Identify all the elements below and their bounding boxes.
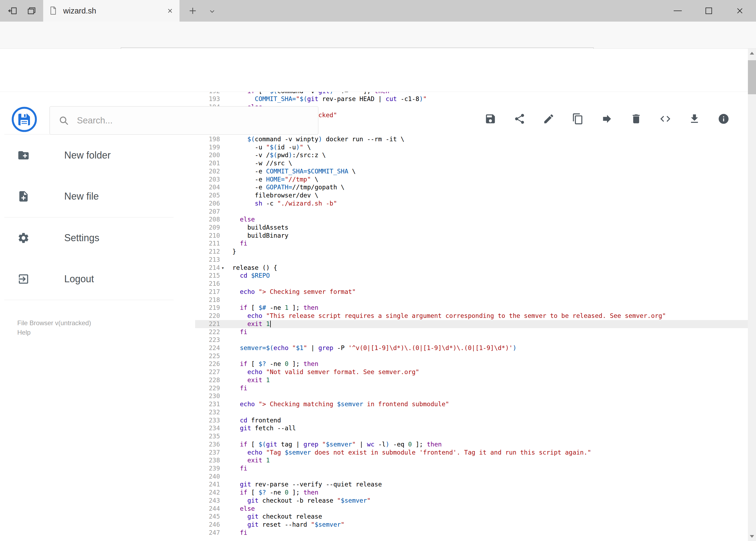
- code-line[interactable]: 216: [195, 280, 748, 288]
- code-line[interactable]: 242 if [ $? -ne 0 ]; then: [195, 489, 748, 497]
- code-line[interactable]: 244 else: [195, 505, 748, 513]
- code-line[interactable]: 214▾release () {: [195, 264, 748, 272]
- app-logo[interactable]: [11, 106, 37, 132]
- set-tabs-aside-icon[interactable]: [7, 6, 18, 16]
- line-number: 241: [195, 480, 220, 489]
- code-line[interactable]: 207: [195, 208, 748, 216]
- code-line[interactable]: 236 if [ $(git tag | grep "$semver" | wc…: [195, 440, 748, 449]
- code-line[interactable]: 202 -e COMMIT_SHA=$COMMIT_SHA \: [195, 168, 748, 176]
- code-line[interactable]: 235: [195, 432, 748, 440]
- tab-list-chevron-icon[interactable]: [207, 7, 217, 15]
- minimize-button[interactable]: [667, 0, 688, 22]
- sidebar-item-new-file[interactable]: New file: [0, 182, 195, 211]
- search-box[interactable]: [49, 106, 319, 135]
- code-line[interactable]: 203 -e HOME="//tmp" \: [195, 176, 748, 184]
- code-line[interactable]: 209 buildAssets: [195, 224, 748, 232]
- code-line[interactable]: 238 exit 1: [195, 456, 748, 465]
- line-number: 235: [195, 432, 220, 440]
- code-view-button[interactable]: [659, 112, 672, 125]
- code-line[interactable]: 220 echo "This release script requires a…: [195, 312, 748, 320]
- code-line[interactable]: 241 git rev-parse --verify --quiet relea…: [195, 480, 748, 489]
- code-line[interactable]: 228 exit 1: [195, 376, 748, 384]
- sidebar-item-label: New folder: [64, 150, 111, 161]
- code-line[interactable]: 192 if [ "$(command -v git)" != "" ]; th…: [195, 92, 748, 95]
- save-button[interactable]: [484, 112, 497, 125]
- code-line[interactable]: 239 fi: [195, 465, 748, 473]
- code-line[interactable]: 222 fi: [195, 328, 748, 336]
- help-link[interactable]: Help: [17, 327, 91, 337]
- copy-button[interactable]: [571, 112, 584, 125]
- code-text: echo "Not valid semver format. See semve…: [232, 368, 748, 376]
- code-line[interactable]: 208 else: [195, 216, 748, 224]
- code-line[interactable]: 204 -e GOPATH=//tmp/gopath \: [195, 184, 748, 192]
- code-line[interactable]: 206 sh -c "./wizard.sh -b": [195, 200, 748, 208]
- browser-tab[interactable]: wizard.sh: [43, 0, 179, 22]
- code-line[interactable]: 205 filebrowser/dev \: [195, 192, 748, 200]
- code-editor[interactable]: 192 if [ "$(command -v git)" != "" ]; th…: [195, 92, 748, 541]
- scrollbar-thumb[interactable]: [748, 60, 756, 94]
- code-line[interactable]: 213: [195, 256, 748, 264]
- code-line[interactable]: 226 if [ $? -ne 0 ]; then: [195, 360, 748, 368]
- sidebar-item-new-folder[interactable]: New folder: [0, 141, 195, 170]
- search-input[interactable]: [77, 115, 298, 126]
- code-text: if [ $? -ne 0 ]; then: [232, 360, 748, 368]
- sidebar-item-logout[interactable]: Logout: [0, 264, 195, 294]
- code-line[interactable]: 247 fi: [195, 529, 748, 537]
- maximize-icon: [705, 8, 712, 14]
- code-line[interactable]: 229 fi: [195, 384, 748, 392]
- code-line[interactable]: 237 echo "Tag $semver does not exist in …: [195, 449, 748, 457]
- line-number: 242: [195, 489, 220, 497]
- maximize-button[interactable]: [698, 0, 720, 22]
- code-line[interactable]: 210 buildBinary: [195, 232, 748, 240]
- tab-close-icon[interactable]: [166, 7, 173, 14]
- code-text: git reset --hard "$semver": [232, 521, 748, 529]
- delete-button[interactable]: [630, 112, 642, 125]
- close-button[interactable]: [729, 0, 751, 22]
- code-line[interactable]: 201 -w //src \: [195, 159, 748, 168]
- code-line[interactable]: 232: [195, 408, 748, 416]
- sidebar-item-settings[interactable]: Settings: [0, 223, 195, 253]
- fold-marker-icon[interactable]: ▾: [220, 264, 232, 272]
- new-tab-button[interactable]: [187, 5, 199, 16]
- code-line[interactable]: 245 git checkout release: [195, 513, 748, 521]
- scrollbar-up-button[interactable]: [748, 49, 756, 58]
- code-line[interactable]: 240: [195, 473, 748, 481]
- code-line[interactable]: 243 git checkout -b release "$semver": [195, 497, 748, 505]
- code-line[interactable]: 211 fi: [195, 240, 748, 248]
- scrollbar[interactable]: [748, 49, 756, 541]
- app-version-text: File Browser v(untracked): [17, 318, 91, 327]
- fold-gutter: [220, 465, 232, 473]
- info-button[interactable]: [717, 112, 730, 125]
- code-text: [232, 256, 748, 264]
- code-line[interactable]: 224 semver=$(echo "$1" | grep -P '^v(0|[…: [195, 344, 748, 352]
- code-line[interactable]: 233 cd frontend: [195, 416, 748, 425]
- code-text: [232, 296, 748, 304]
- code-line[interactable]: 227 echo "Not valid semver format. See s…: [195, 368, 748, 376]
- share-file-button[interactable]: [513, 112, 526, 125]
- line-number: 222: [195, 328, 220, 336]
- line-number: 200: [195, 151, 220, 159]
- code-text: exit 1: [232, 456, 748, 465]
- code-line[interactable]: 246 git reset --hard "$semver": [195, 521, 748, 529]
- download-button[interactable]: [688, 112, 701, 125]
- code-line[interactable]: 200 -v /$(pwd):/src:z \: [195, 151, 748, 159]
- code-line[interactable]: 230: [195, 392, 748, 400]
- code-line[interactable]: 221 exit 1: [195, 320, 748, 328]
- code-line[interactable]: 218: [195, 296, 748, 304]
- tabs-set-aside-icon[interactable]: [26, 6, 37, 16]
- code-line[interactable]: 223: [195, 336, 748, 344]
- code-text: [232, 392, 748, 400]
- scrollbar-down-button[interactable]: [748, 532, 756, 541]
- code-line[interactable]: 231 echo "> Checking matching $semver in…: [195, 400, 748, 408]
- code-line[interactable]: 225: [195, 352, 748, 360]
- fold-gutter: [220, 368, 232, 376]
- code-line[interactable]: 199 -u "$(id -u)" \: [195, 144, 748, 152]
- code-line[interactable]: 217 echo "> Checking semver format": [195, 288, 748, 296]
- move-button[interactable]: [601, 112, 614, 125]
- code-line[interactable]: 234 git fetch --all: [195, 424, 748, 432]
- scroll-up-icon: [750, 52, 754, 55]
- rename-button[interactable]: [542, 112, 555, 125]
- code-line[interactable]: 215 cd $REPO: [195, 272, 748, 280]
- code-line[interactable]: 212}: [195, 248, 748, 256]
- code-line[interactable]: 219 if [ $# -ne 1 ]; then: [195, 304, 748, 312]
